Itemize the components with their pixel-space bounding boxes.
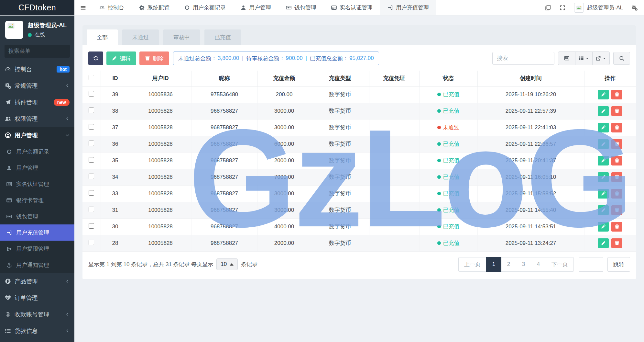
edit-row-button[interactable] xyxy=(598,172,609,182)
topnav-item-wallet-management[interactable]: 钱包管理 xyxy=(278,0,324,15)
cell-nickname: 968758827 xyxy=(191,218,257,235)
column-header: 用户ID xyxy=(130,71,191,86)
row-checkbox[interactable] xyxy=(89,157,94,163)
row-checkbox[interactable] xyxy=(89,240,94,245)
stat-value: 95,027.00 xyxy=(349,55,374,62)
delete-button[interactable]: 删除 xyxy=(139,51,169,65)
sidebar-item-general[interactable]: 常规管理 xyxy=(0,77,74,94)
page-button-2[interactable]: 2 xyxy=(501,257,516,272)
delete-row-button[interactable] xyxy=(611,205,622,215)
edit-row-button[interactable] xyxy=(598,238,609,248)
sidebar-item-user-balance-log[interactable]: 用户余额记录 xyxy=(0,143,74,160)
topnav-item-user-balance-log[interactable]: 用户余额记录 xyxy=(177,0,233,15)
tab-all[interactable]: 全部 xyxy=(87,29,118,45)
row-checkbox[interactable] xyxy=(89,174,94,179)
edit-row-button[interactable] xyxy=(598,139,609,149)
fullscreen-icon[interactable] xyxy=(560,5,565,11)
page-button-4[interactable]: 4 xyxy=(531,257,546,272)
edit-row-button[interactable] xyxy=(598,222,609,232)
sidebar-item-user-withdraw[interactable]: 用户提现管理 xyxy=(0,241,74,257)
sidebar-item-wallet[interactable]: 钱包管理 xyxy=(0,208,74,224)
select-all-checkbox[interactable] xyxy=(89,75,94,80)
brand-logo[interactable]: CFDtoken xyxy=(0,0,74,15)
delete-row-button[interactable] xyxy=(611,123,622,132)
cell-nickname: 968758827 xyxy=(191,169,257,185)
topnav-item-label: 实名认证管理 xyxy=(340,4,373,11)
cell-voucher xyxy=(369,169,419,185)
delete-row-button[interactable] xyxy=(611,172,622,182)
page-button-3[interactable]: 3 xyxy=(516,257,531,272)
jump-button[interactable]: 跳转 xyxy=(607,257,630,272)
sidebar-item-user-recharge[interactable]: 用户充值管理 xyxy=(0,224,74,241)
row-checkbox[interactable] xyxy=(89,190,94,196)
sidebar-item-user-notice[interactable]: 用户通知管理 xyxy=(0,257,74,273)
user-menu[interactable]: 超级管理员-AL xyxy=(574,3,623,13)
page-button-1[interactable]: 1 xyxy=(486,257,501,272)
refresh-button[interactable] xyxy=(88,51,103,65)
delete-row-button[interactable] xyxy=(611,139,622,149)
sidebar-item-order[interactable]: 订单管理 xyxy=(0,290,74,306)
recharge-panel: 全部未通过审核中已充值 编辑 删除 未通过总金额：3,800.00|待审核总金额… xyxy=(82,25,636,279)
sidebar-item-realname-auth[interactable]: 实名认证管理 xyxy=(0,176,74,192)
settings-icon[interactable] xyxy=(632,5,638,11)
trash-icon xyxy=(615,125,619,130)
status-label: 已充值 xyxy=(443,173,460,181)
row-checkbox[interactable] xyxy=(89,124,94,130)
sidebar-item-auth[interactable]: 权限管理 xyxy=(0,110,74,127)
columns-button[interactable] xyxy=(575,52,592,65)
edit-row-button[interactable] xyxy=(598,123,609,132)
sidebar-item-addons[interactable]: 插件管理new xyxy=(0,94,74,110)
topnav-item-dashboard[interactable]: 控制台 xyxy=(92,0,132,15)
edit-row-button[interactable] xyxy=(598,205,609,215)
delete-row-button[interactable] xyxy=(611,238,622,248)
row-checkbox[interactable] xyxy=(89,108,94,113)
row-checkbox[interactable] xyxy=(89,207,94,212)
sidebar-item-dashboard[interactable]: 控制台hot xyxy=(0,61,74,77)
sidebar-item-product[interactable]: 产品管理 xyxy=(0,273,74,290)
per-page-select[interactable]: 10 xyxy=(216,258,238,270)
topnav-item-user-recharge[interactable]: 用户充值管理 xyxy=(380,0,436,15)
row-checkbox[interactable] xyxy=(89,91,94,97)
table-search-input[interactable] xyxy=(492,52,554,65)
tab-unpassed[interactable]: 未通过 xyxy=(122,29,159,45)
delete-row-button[interactable] xyxy=(611,189,622,199)
export-button[interactable] xyxy=(592,52,609,65)
edit-row-button[interactable] xyxy=(598,90,609,99)
tab-recharged[interactable]: 已充值 xyxy=(204,29,241,45)
search-submit-button[interactable] xyxy=(613,52,630,65)
delete-row-button[interactable] xyxy=(611,222,622,232)
copy-icon[interactable] xyxy=(545,5,551,11)
sidebar-item-payment-account[interactable]: 收款账号管理 xyxy=(0,306,74,323)
tab-reviewing[interactable]: 审核中 xyxy=(163,29,200,45)
topnav-item-realname-auth[interactable]: 实名认证管理 xyxy=(324,0,380,15)
sidebar-item-bank-card[interactable]: 银行卡管理 xyxy=(0,192,74,208)
delete-row-button[interactable] xyxy=(611,90,622,99)
sidebar-toggle-button[interactable] xyxy=(74,0,92,15)
menu-search-input[interactable] xyxy=(8,48,74,54)
jump-page-input[interactable] xyxy=(579,257,603,272)
edit-row-button[interactable] xyxy=(598,156,609,165)
sidebar-subitem: 用户余额记录 xyxy=(0,143,74,160)
sidebar-item-user[interactable]: 用户管理 xyxy=(0,127,74,143)
edit-button[interactable]: 编辑 xyxy=(106,51,136,65)
prev-page-button[interactable]: 上一页 xyxy=(458,257,486,272)
detail-view-button[interactable] xyxy=(558,52,575,65)
topnav-item-user-management[interactable]: 用户管理 xyxy=(233,0,278,15)
edit-row-button[interactable] xyxy=(598,189,609,199)
sidebar-group-order: 订单管理 xyxy=(0,290,74,306)
sidebar-item-label: 常规管理 xyxy=(15,82,38,90)
delete-row-button[interactable] xyxy=(611,156,622,165)
delete-row-button[interactable] xyxy=(611,106,622,116)
row-checkbox[interactable] xyxy=(89,141,94,146)
topnav-item-system-config[interactable]: 系统配置 xyxy=(132,0,177,15)
edit-row-button[interactable] xyxy=(598,106,609,116)
sidebar-item-loan-info[interactable]: 贷款信息 xyxy=(0,323,74,339)
cell-nickname: 968758827 xyxy=(191,103,257,119)
row-checkbox[interactable] xyxy=(89,223,94,229)
cell-user-id: 10005836 xyxy=(130,86,191,103)
trash-icon xyxy=(615,191,619,196)
cell-user-id: 10005828 xyxy=(130,202,191,218)
cell-id: 34 xyxy=(101,169,130,185)
next-page-button[interactable]: 下一页 xyxy=(546,257,574,272)
sidebar-item-user-management[interactable]: 用户管理 xyxy=(0,160,74,176)
